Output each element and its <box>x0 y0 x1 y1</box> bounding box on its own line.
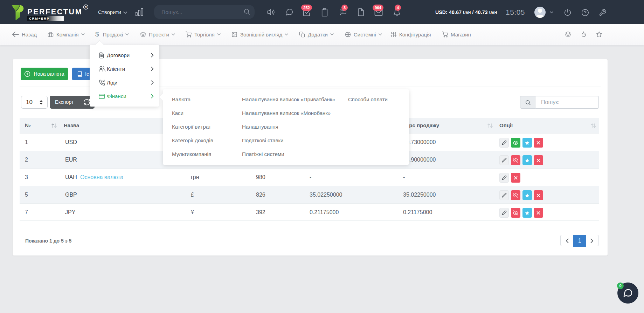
svg-text:R: R <box>85 6 87 9</box>
